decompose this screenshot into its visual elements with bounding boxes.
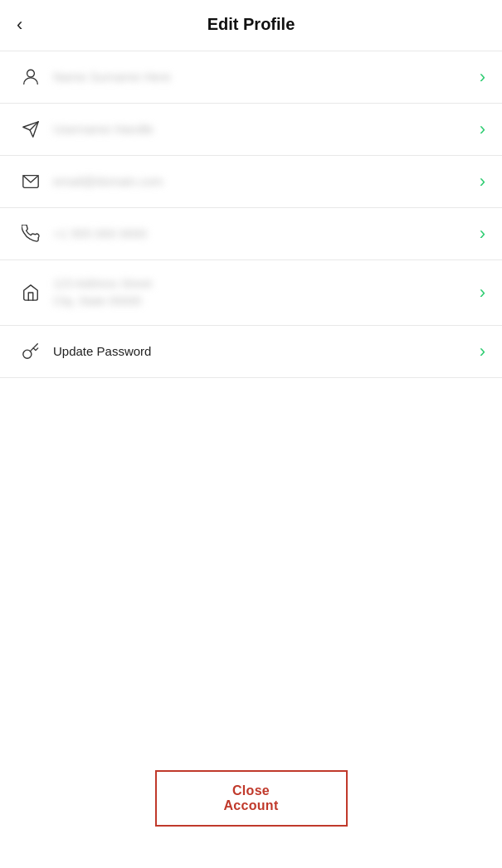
password-chevron bbox=[480, 341, 485, 362]
header: ‹ Edit Profile bbox=[0, 0, 502, 44]
email-content: email@domain.com bbox=[45, 174, 480, 189]
name-text: Name Surname Here bbox=[53, 70, 171, 84]
name-chevron bbox=[480, 66, 485, 88]
close-account-section: Close Account bbox=[0, 770, 502, 827]
back-button[interactable]: ‹ bbox=[17, 16, 22, 34]
list-item-phone[interactable]: +1 555 000 0000 bbox=[0, 208, 502, 260]
email-chevron bbox=[480, 171, 485, 192]
phone-icon bbox=[17, 225, 45, 243]
username-content: Username Handle bbox=[45, 122, 480, 137]
profile-list: Name Surname Here Username Handle email@… bbox=[0, 51, 502, 378]
address-text: 123 Address StreetCity, State 00000 bbox=[53, 275, 480, 310]
phone-content: +1 555 000 0000 bbox=[45, 226, 480, 241]
phone-text: +1 555 000 0000 bbox=[53, 226, 147, 240]
username-text: Username Handle bbox=[53, 122, 154, 136]
phone-chevron bbox=[480, 223, 485, 245]
email-icon bbox=[17, 172, 45, 191]
address-chevron bbox=[480, 282, 485, 303]
list-item-password[interactable]: Update Password bbox=[0, 326, 502, 378]
send-icon bbox=[17, 120, 45, 138]
home-icon bbox=[17, 284, 45, 302]
close-account-button[interactable]: Close Account bbox=[155, 770, 348, 827]
email-text: email@domain.com bbox=[53, 174, 163, 188]
key-icon bbox=[17, 342, 45, 361]
page-title: Edit Profile bbox=[17, 15, 485, 34]
password-text: Update Password bbox=[53, 344, 151, 358]
list-item-name[interactable]: Name Surname Here bbox=[0, 51, 502, 104]
list-item-address[interactable]: 123 Address StreetCity, State 00000 bbox=[0, 260, 502, 326]
person-icon bbox=[17, 68, 45, 86]
username-chevron bbox=[480, 119, 485, 140]
list-item-username[interactable]: Username Handle bbox=[0, 104, 502, 156]
address-content: 123 Address StreetCity, State 00000 bbox=[45, 275, 480, 310]
list-item-email[interactable]: email@domain.com bbox=[0, 156, 502, 208]
password-content: Update Password bbox=[45, 344, 480, 359]
name-content: Name Surname Here bbox=[45, 70, 480, 85]
